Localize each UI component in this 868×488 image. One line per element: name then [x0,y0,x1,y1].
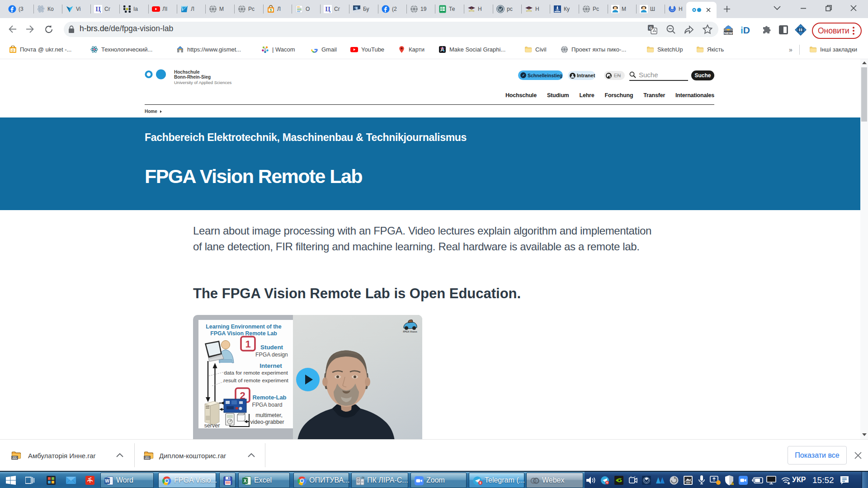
svg-text:Learning Environment of the: Learning Environment of the [206,324,282,330]
svg-text:6: 6 [480,481,481,484]
svg-text:Ц: Ц [325,5,330,13]
svg-text:Ц: Ц [95,5,101,13]
svg-text:Remote-Lab: Remote-Lab [252,394,286,401]
svg-text:RAR: RAR [145,456,150,459]
svg-text:FPGA design: FPGA design [255,352,288,358]
svg-text:Internet: Internet [259,362,282,369]
svg-text:5: 5 [270,9,272,12]
svg-text:NEW: NEW [724,31,733,35]
svg-text:1: 1 [245,338,250,350]
svg-text:Student: Student [260,344,283,351]
svg-text:server: server [204,422,220,428]
svg-text:ADA: ADA [686,482,690,484]
svg-text:video-grabber: video-grabber [250,419,284,425]
svg-text:FPGA Vision: FPGA Vision [403,330,417,333]
svg-text:ПК: ПК [362,476,364,479]
svg-text:G: G [649,26,652,30]
svg-text:@: @ [11,49,14,52]
svg-text:RAR: RAR [12,456,18,459]
svg-text:result of remote experiment: result of remote experiment [223,377,288,384]
svg-text:multimeter,: multimeter, [255,412,283,418]
svg-text:W: W [105,479,109,483]
svg-text:data for remote experiment: data for remote experiment [224,370,288,376]
svg-text:X: X [244,479,247,483]
svg-text:FPGA Vision Remote Lab: FPGA Vision Remote Lab [210,330,277,337]
svg-text:FPGA board: FPGA board [252,402,282,408]
